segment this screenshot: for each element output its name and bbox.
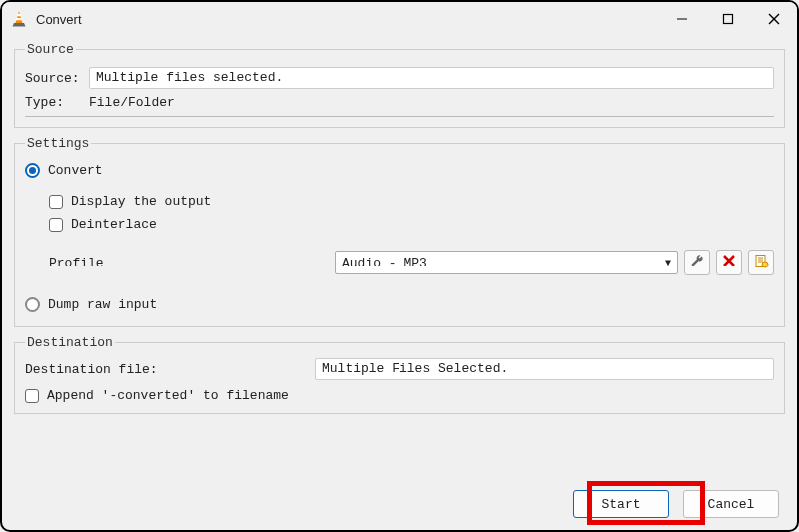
deinterlace-checkbox[interactable]: [49, 218, 63, 232]
deinterlace-label: Deinterlace: [71, 217, 157, 232]
window-title: Convert: [36, 12, 659, 27]
destination-file-row: Destination file: Multiple Files Selecte…: [25, 358, 774, 380]
delete-profile-button[interactable]: [716, 250, 742, 275]
dump-raw-label: Dump raw input: [48, 297, 157, 312]
convert-dialog: Convert Source Source: Multiple files se…: [0, 0, 799, 532]
type-label: Type:: [25, 95, 89, 110]
profile-label: Profile: [25, 256, 335, 270]
profile-row: Profile Audio - MP3 ▼: [25, 250, 774, 275]
source-group: Source Source: Multiple files selected. …: [14, 42, 785, 128]
svg-marker-0: [16, 11, 23, 23]
destination-file-field[interactable]: Multiple Files Selected.: [315, 358, 774, 380]
append-converted-label: Append '-converted' to filename: [47, 388, 289, 403]
destination-legend: Destination: [25, 335, 115, 350]
display-output-row[interactable]: Display the output: [49, 194, 774, 209]
minimize-button[interactable]: [659, 2, 705, 36]
deinterlace-row[interactable]: Deinterlace: [49, 217, 774, 232]
vlc-icon: [10, 10, 28, 28]
settings-legend: Settings: [25, 136, 91, 151]
cancel-button[interactable]: Cancel: [683, 490, 779, 518]
convert-radio-row[interactable]: Convert: [25, 163, 774, 178]
svg-marker-3: [13, 23, 26, 27]
chevron-down-icon: ▼: [665, 258, 671, 268]
svg-rect-1: [17, 14, 21, 16]
source-field[interactable]: Multiple files selected.: [89, 67, 774, 89]
destination-file-label: Destination file:: [25, 362, 315, 377]
display-output-checkbox[interactable]: [49, 195, 63, 209]
append-converted-checkbox[interactable]: [25, 389, 39, 403]
new-document-icon: [754, 254, 769, 272]
settings-group: Settings Convert Display the output Dein…: [14, 136, 785, 327]
profile-select[interactable]: Audio - MP3 ▼: [335, 251, 678, 274]
display-output-label: Display the output: [71, 194, 211, 209]
window-controls: [659, 2, 797, 36]
type-value: File/Folder: [89, 95, 774, 110]
wrench-icon: [689, 253, 705, 272]
convert-radio-label: Convert: [48, 163, 103, 178]
type-row: Type: File/Folder: [25, 95, 774, 117]
source-row: Source: Multiple files selected.: [25, 67, 774, 89]
append-converted-row[interactable]: Append '-converted' to filename: [25, 388, 774, 403]
maximize-button[interactable]: [705, 2, 751, 36]
svg-point-14: [762, 262, 768, 267]
source-legend: Source: [25, 42, 76, 57]
profile-value: Audio - MP3: [342, 256, 427, 270]
dump-raw-radio[interactable]: [25, 297, 40, 312]
x-icon: [722, 254, 736, 271]
convert-radio[interactable]: [25, 163, 40, 178]
content: Source Source: Multiple files selected. …: [2, 36, 797, 434]
destination-group: Destination Destination file: Multiple F…: [14, 335, 785, 414]
dialog-footer: Start Cancel: [573, 490, 779, 518]
start-button[interactable]: Start: [573, 490, 669, 518]
svg-rect-5: [724, 15, 733, 24]
new-profile-button[interactable]: [748, 250, 774, 275]
titlebar: Convert: [2, 2, 797, 36]
svg-rect-2: [16, 18, 22, 20]
dump-raw-row[interactable]: Dump raw input: [25, 297, 774, 312]
close-button[interactable]: [751, 2, 797, 36]
edit-profile-button[interactable]: [684, 250, 710, 275]
source-label: Source:: [25, 71, 89, 86]
